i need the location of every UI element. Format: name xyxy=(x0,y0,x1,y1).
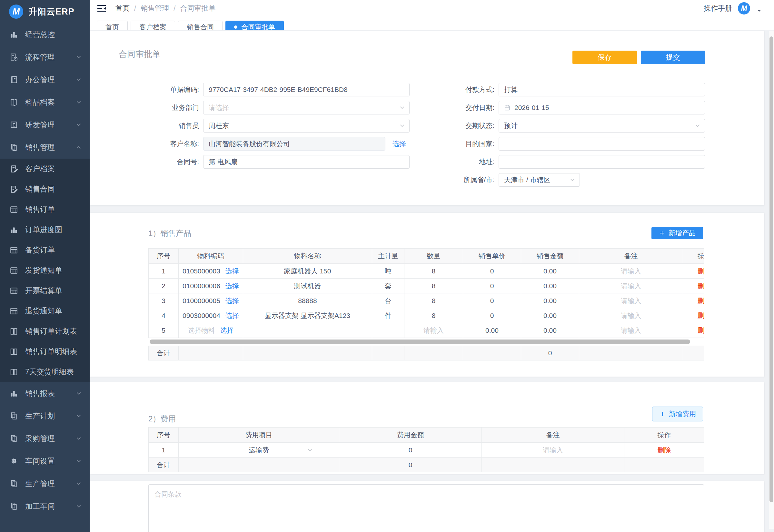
sidebar-item-sales-order-detail[interactable]: 销售订单明细表 xyxy=(0,341,90,362)
save-button[interactable]: 保存 xyxy=(572,51,637,64)
user-avatar[interactable]: M xyxy=(738,2,750,15)
sidebar-item-office-mgmt[interactable]: 办公管理 xyxy=(0,68,90,91)
sidebar-item-production-mgmt[interactable]: 生产管理 xyxy=(0,472,90,495)
price-cell[interactable]: 0 xyxy=(463,293,521,308)
manual-link[interactable]: 操作手册 xyxy=(704,4,732,13)
tab-home[interactable]: 首页 xyxy=(97,21,128,30)
sidebar-item-purchasing-mgmt[interactable]: 采购管理 xyxy=(0,427,90,450)
products-hscrollbar-thumb[interactable] xyxy=(150,340,690,344)
form-column-left: 单据编码:9770CA17-3497-4DB2-995E-B49E9CF61BD… xyxy=(90,83,410,173)
price-cell[interactable]: 0 xyxy=(463,264,521,279)
products-total-qty xyxy=(404,346,463,360)
caret-down-icon[interactable] xyxy=(756,7,762,14)
delete-row-button[interactable]: 删除 xyxy=(698,327,704,334)
sidebar-item-7day-delivery-detail[interactable]: 7天交货明细表 xyxy=(0,362,90,382)
amount-cell[interactable]: 0.00 xyxy=(521,293,579,308)
amount-cell[interactable]: 0.00 xyxy=(521,264,579,279)
note-cell[interactable]: 请输入 xyxy=(579,279,683,293)
payment-method-input[interactable]: 打算 xyxy=(499,83,705,96)
province-city-cascader[interactable]: 天津市 / 市辖区 xyxy=(499,173,580,187)
delete-row-button[interactable]: 删除 xyxy=(658,446,671,454)
submit-button[interactable]: 提交 xyxy=(641,51,705,64)
price-cell[interactable]: 0 xyxy=(463,308,521,323)
salesperson-select[interactable]: 周桂东 xyxy=(203,119,410,133)
delete-row-button[interactable]: 删除 xyxy=(698,297,704,304)
sidebar-item-sales-order[interactable]: 销售订单 xyxy=(0,199,90,220)
bar-chart-icon xyxy=(10,389,18,398)
tab-contract-approval[interactable]: 合同审批单 xyxy=(225,21,284,30)
sidebar-item-workshop-settings[interactable]: 车间设置 xyxy=(0,450,90,472)
price-cell[interactable]: 0.00 xyxy=(463,323,521,338)
qty-cell[interactable]: 8 xyxy=(404,293,463,308)
business-dept-select[interactable]: 请选择 xyxy=(203,101,410,114)
delivery-date-date[interactable]: 2026-01-15 xyxy=(499,101,705,114)
material-select-link[interactable]: 选择 xyxy=(225,267,239,275)
sidebar-item-shipping-notice[interactable]: 发货通知单 xyxy=(0,260,90,281)
note-cell[interactable]: 请输入 xyxy=(482,443,624,458)
sidebar-item-sales-report[interactable]: 销售报表 xyxy=(0,382,90,405)
customer-name-select-link[interactable]: 选择 xyxy=(392,139,406,148)
fees-header-fee-amount: 费用金额 xyxy=(339,428,482,443)
sidebar-item-rd-mgmt[interactable]: 研发管理 xyxy=(0,113,90,136)
doc-code-input[interactable]: 9770CA17-3497-4DB2-995E-B49E9CF61BD8 xyxy=(203,83,410,96)
sidebar-item-customer-archive[interactable]: 客户档案 xyxy=(0,159,90,179)
material-select-link[interactable]: 选择 xyxy=(225,282,239,290)
window-scrollbar[interactable] xyxy=(769,31,774,529)
sidebar-item-sales-contract[interactable]: 销售合同 xyxy=(0,179,90,199)
note-cell[interactable]: 请输入 xyxy=(579,264,683,279)
menu-fold-icon[interactable] xyxy=(97,4,106,13)
add-fee-button[interactable]: 新增费用 xyxy=(652,407,703,421)
address-input[interactable] xyxy=(499,155,705,169)
sidebar-item-overview[interactable]: 经营总控 xyxy=(0,23,90,46)
sidebar-item-sales-mgmt[interactable]: 销售管理 xyxy=(0,136,90,159)
material-select-link[interactable]: 选择 xyxy=(220,327,234,334)
destination-country-input[interactable] xyxy=(499,137,705,151)
add-fee-label: 新增费用 xyxy=(669,409,696,419)
sidebar-item-sales-order-plan[interactable]: 销售订单计划表 xyxy=(0,321,90,341)
qty-cell[interactable]: 请输入 xyxy=(404,323,463,338)
action-cell: 删除 xyxy=(683,279,704,293)
fees-header-seq: 序号 xyxy=(149,428,179,443)
sidebar-item-return-notice[interactable]: 退货通知单 xyxy=(0,301,90,321)
note-cell[interactable]: 请输入 xyxy=(579,308,683,323)
sidebar-item-invoice-settlement[interactable]: 开票结算单 xyxy=(0,281,90,301)
breadcrumb-home[interactable]: 首页 xyxy=(115,4,130,13)
delete-row-button[interactable]: 删除 xyxy=(698,267,704,275)
amount-cell[interactable]: 0.00 xyxy=(521,279,579,293)
delete-row-button[interactable]: 删除 xyxy=(698,282,704,290)
qty-cell[interactable]: 8 xyxy=(404,308,463,323)
contract-terms-textarea[interactable]: 合同条款 xyxy=(148,484,704,532)
sidebar-item-material-archive[interactable]: 料品档案 xyxy=(0,91,90,113)
delivery-status-select[interactable]: 预计 xyxy=(499,119,705,133)
sidebar-item-stock-order[interactable]: 备货订单 xyxy=(0,240,90,260)
material-select-link[interactable]: 选择 xyxy=(225,297,239,304)
tab-sales-contract[interactable]: 销售合同 xyxy=(178,21,223,30)
pages-icon xyxy=(10,412,18,420)
fee-item-select[interactable]: 运输费 xyxy=(179,446,339,455)
sidebar-item-label: 销售合同 xyxy=(25,184,82,194)
add-product-button[interactable]: 新增产品 xyxy=(651,227,703,239)
contract-no-input[interactable]: 第 电风扇 xyxy=(203,155,410,169)
qty-cell[interactable]: 8 xyxy=(404,279,463,293)
sidebar-item-process-mgmt[interactable]: 流程管理 xyxy=(0,46,90,68)
breadcrumb-sales-mgmt[interactable]: 销售管理 xyxy=(141,4,169,13)
material-select-link[interactable]: 选择 xyxy=(225,312,239,319)
seq-cell: 5 xyxy=(149,323,179,338)
sidebar-item-label: 经营总控 xyxy=(25,30,82,40)
form-row-delivery-date: 交付日期:2026-01-15 xyxy=(414,101,705,114)
window-scrollbar-thumb[interactable] xyxy=(769,36,773,502)
sidebar-item-production-plan[interactable]: 生产计划 xyxy=(0,405,90,427)
qty-cell[interactable]: 8 xyxy=(404,264,463,279)
sidebar-item-processing-workshop[interactable]: 加工车间 xyxy=(0,495,90,517)
price-cell[interactable]: 0 xyxy=(463,279,521,293)
amount-cell[interactable]: 0.00 xyxy=(521,323,579,338)
fee-amount-cell[interactable]: 0 xyxy=(339,443,482,458)
note-cell[interactable]: 请输入 xyxy=(579,323,683,338)
sidebar-item-order-progress[interactable]: 订单进度图 xyxy=(0,220,90,240)
tab-customer-archive[interactable]: 客户档案 xyxy=(131,21,175,30)
note-cell[interactable]: 请输入 xyxy=(579,293,683,308)
amount-cell[interactable]: 0.00 xyxy=(521,308,579,323)
delete-row-button[interactable]: 删除 xyxy=(698,312,704,319)
products-hscrollbar[interactable] xyxy=(148,340,704,344)
business-dept-label: 业务部门 xyxy=(90,103,203,112)
